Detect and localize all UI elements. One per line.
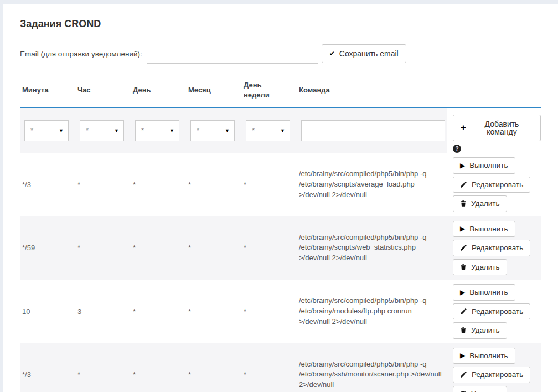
- delete-button[interactable]: Удалить: [453, 259, 507, 276]
- edit-button[interactable]: Редактировать: [453, 303, 530, 320]
- run-button[interactable]: ▶ Выполнить: [453, 221, 515, 238]
- edit-label: Редактировать: [472, 244, 523, 252]
- day-select-wrap: * ▼: [135, 120, 179, 141]
- play-icon: ▶: [460, 352, 465, 359]
- run-label: Выполнить: [469, 288, 508, 296]
- day-select[interactable]: *: [136, 121, 179, 141]
- table-row: */59 * * * * /etc/brainy/src/compiled/ph…: [20, 216, 541, 280]
- month-select-wrap: * ▼: [190, 120, 235, 141]
- run-button[interactable]: ▶ Выполнить: [453, 348, 515, 364]
- weekday-cell: *: [241, 216, 297, 280]
- hour-select-wrap: * ▼: [80, 120, 124, 141]
- month-cell: *: [186, 153, 241, 216]
- edit-label: Редактировать: [472, 371, 523, 379]
- minute-cell: */3: [20, 153, 75, 216]
- command-cell: /etc/brainy/src/compiled/php5/bin/php -q…: [297, 280, 447, 343]
- play-icon: ▶: [460, 225, 465, 232]
- weekday-select[interactable]: *: [246, 121, 290, 141]
- month-cell: *: [186, 343, 241, 392]
- header-actions: [447, 76, 541, 107]
- delete-button[interactable]: Удалить: [453, 195, 507, 212]
- minute-select[interactable]: *: [25, 121, 68, 141]
- trash-icon: [460, 200, 467, 207]
- command-cell: /etc/brainy/src/compiled/php5/bin/php -q…: [297, 216, 447, 280]
- header-month: Месяц: [186, 76, 241, 107]
- crond-page: Задания CROND Email (для отправки уведом…: [3, 18, 558, 392]
- month-select[interactable]: *: [191, 121, 234, 141]
- add-command-label: Добавить команду: [471, 120, 533, 136]
- edit-button[interactable]: Редактировать: [453, 177, 530, 193]
- play-icon: ▶: [460, 289, 465, 296]
- table-row: */3 * * * * /etc/brainy/src/compiled/php…: [20, 343, 541, 392]
- weekday-cell: *: [241, 280, 297, 343]
- header-command: Команда: [297, 76, 447, 107]
- edit-label: Редактировать: [472, 181, 523, 189]
- run-button[interactable]: ▶ Выполнить: [453, 157, 515, 174]
- pencil-icon: [460, 181, 467, 188]
- run-label: Выполнить: [469, 225, 508, 233]
- minute-select-wrap: * ▼: [24, 120, 69, 141]
- plus-icon: +: [461, 123, 466, 132]
- day-cell: *: [131, 343, 186, 392]
- weekday-cell: *: [241, 343, 297, 392]
- day-cell: *: [131, 216, 186, 280]
- day-cell: *: [131, 153, 186, 216]
- add-command-button[interactable]: + Добавить команду: [453, 115, 541, 141]
- table-header-row: Минута Час День Месяц День недели Команд…: [20, 76, 541, 107]
- hour-cell: *: [75, 153, 131, 216]
- hour-cell: *: [75, 343, 131, 392]
- header-hour: Час: [75, 76, 131, 107]
- new-command-input[interactable]: [301, 120, 445, 141]
- minute-cell: 10: [20, 280, 75, 343]
- run-label: Выполнить: [469, 162, 508, 169]
- header-day: День: [131, 76, 186, 107]
- trash-icon: [460, 264, 467, 271]
- trash-icon: [460, 327, 467, 334]
- minute-cell: */59: [20, 216, 75, 280]
- edit-button[interactable]: Редактировать: [453, 240, 530, 256]
- edit-label: Редактировать: [472, 308, 523, 316]
- delete-label: Удалить: [471, 327, 500, 334]
- run-label: Выполнить: [469, 352, 508, 360]
- minute-cell: */3: [20, 343, 75, 392]
- month-cell: *: [186, 280, 241, 343]
- new-task-row: * ▼ * ▼ * ▼ * ▼ * ▼: [20, 107, 541, 153]
- delete-label: Удалить: [471, 200, 500, 208]
- pencil-icon: [460, 244, 467, 251]
- play-icon: ▶: [460, 162, 465, 169]
- header-minute: Минута: [20, 76, 75, 107]
- month-cell: *: [186, 216, 241, 280]
- command-cell: /etc/brainy/src/compiled/php5/bin/php -q…: [297, 343, 447, 392]
- table-row: 10 3 * * * /etc/brainy/src/compiled/php5…: [20, 280, 541, 343]
- email-section: Email (для отправки уведомлений): ✔ Сохр…: [20, 44, 558, 64]
- email-input[interactable]: [147, 44, 318, 64]
- header-weekday: День недели: [241, 76, 297, 107]
- pencil-icon: [460, 371, 467, 378]
- weekday-cell: *: [241, 153, 297, 216]
- check-icon: ✔: [329, 50, 335, 57]
- hour-cell: *: [75, 216, 131, 280]
- hour-cell: 3: [75, 280, 131, 343]
- table-row: */3 * * * * /etc/brainy/src/compiled/php…: [20, 153, 541, 216]
- delete-label: Удалить: [471, 390, 500, 392]
- edit-button[interactable]: Редактировать: [453, 367, 530, 383]
- delete-button[interactable]: Удалить: [453, 386, 507, 392]
- weekday-select-wrap: * ▼: [246, 120, 290, 141]
- page-title: Задания CROND: [20, 18, 558, 30]
- email-label: Email (для отправки уведомлений):: [20, 50, 142, 58]
- hour-select[interactable]: *: [80, 121, 123, 141]
- run-button[interactable]: ▶ Выполнить: [453, 284, 515, 301]
- day-cell: *: [131, 280, 186, 343]
- delete-label: Удалить: [471, 264, 500, 271]
- help-icon[interactable]: ?: [453, 145, 461, 153]
- delete-button[interactable]: Удалить: [453, 322, 507, 339]
- save-email-label: Сохранить email: [339, 50, 399, 58]
- save-email-button[interactable]: ✔ Сохранить email: [322, 44, 406, 63]
- cron-table: Минута Час День Месяц День недели Команд…: [20, 76, 541, 392]
- command-cell: /etc/brainy/src/compiled/php5/bin/php -q…: [297, 153, 447, 216]
- pencil-icon: [460, 308, 467, 315]
